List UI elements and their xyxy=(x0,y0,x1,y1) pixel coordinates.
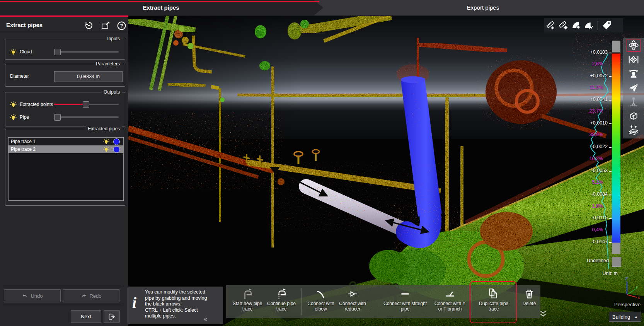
slider-track[interactable] xyxy=(54,116,119,118)
scale-value: -0,0084 xyxy=(591,191,608,197)
scale-value: -0,0147 xyxy=(591,239,608,244)
continue-pipe-trace-button[interactable]: Continue pipetrace xyxy=(264,287,298,317)
projection-mode-label: Perspective xyxy=(614,302,641,307)
parameters-group-label: Parameters xyxy=(94,61,122,67)
collapse-hint-chevron-icon[interactable]: « xyxy=(204,316,207,322)
slider-thumb[interactable] xyxy=(83,101,89,108)
branch-icon xyxy=(445,289,455,299)
open-in-window-button[interactable] xyxy=(101,20,111,31)
clipping-box-icon[interactable] xyxy=(626,123,641,137)
start-new-pipe-trace-button[interactable]: Start new pipetrace xyxy=(229,287,266,317)
svg-text:x: x xyxy=(637,295,640,300)
measure-angle-axis-icon[interactable] xyxy=(583,20,595,31)
fly-icon[interactable] xyxy=(626,81,641,95)
visibility-bulb-icon[interactable] xyxy=(103,138,109,145)
scale-percent: 16,2% xyxy=(589,156,603,161)
scale-tick xyxy=(609,76,612,77)
elbow-icon xyxy=(316,289,326,299)
duplicate-pipe-trace-button[interactable]: Duplicate pipetrace xyxy=(473,287,514,317)
orbit-icon[interactable] xyxy=(626,38,641,53)
walk-icon[interactable] xyxy=(626,95,641,109)
undefined-label: Undefined xyxy=(587,258,609,263)
scale-tick xyxy=(609,123,612,124)
connect-with-elbow-button[interactable]: Connect withelbow xyxy=(305,287,337,317)
view-navigation-toolbar xyxy=(623,38,644,138)
extracted-points-label: Extracted points xyxy=(20,102,53,107)
connect-with-reducer-button[interactable]: Connect withreducer xyxy=(338,287,367,317)
pipe-color-swatch[interactable] xyxy=(113,146,120,153)
pipe-trace-row-selected[interactable]: Pipe trace 2 xyxy=(9,145,123,153)
pipe-edit-toolbar: Start new pipetrace Continue pipetrace C… xyxy=(226,285,540,318)
view-cube-icon[interactable] xyxy=(626,109,641,123)
info-icon: i xyxy=(132,295,136,311)
active-tab-accent xyxy=(0,1,319,2)
visibility-bulb-icon[interactable] xyxy=(10,101,17,108)
scale-value: +0,0041 xyxy=(590,97,608,102)
open-external-icon xyxy=(101,21,110,30)
history-reset-icon xyxy=(84,21,94,30)
slider-thumb[interactable] xyxy=(54,114,61,121)
add-measure-icon[interactable] xyxy=(544,20,557,31)
scale-percent: 2,6% xyxy=(592,61,603,67)
view-mode-value: Building xyxy=(612,314,630,320)
divider xyxy=(3,306,123,306)
axis-triad: Z y x xyxy=(618,275,642,300)
measure-distance-icon[interactable] xyxy=(557,20,570,31)
scale-tick xyxy=(609,100,612,101)
next-button[interactable]: Next xyxy=(71,310,101,323)
pipe-color-swatch[interactable] xyxy=(113,138,120,145)
slider-thumb[interactable] xyxy=(54,49,61,55)
connect-with-straight-pipe-button[interactable]: Connect with straightpipe xyxy=(380,287,430,317)
visibility-bulb-icon[interactable] xyxy=(103,146,109,152)
scale-tick xyxy=(609,242,612,243)
inputs-group-label: Inputs xyxy=(105,36,122,41)
extract-pipes-panel: Extract pipes ? xyxy=(0,15,128,326)
visibility-bulb-icon[interactable] xyxy=(10,114,17,121)
delete-button[interactable]: Delete xyxy=(518,287,540,317)
pipe-opacity-slider[interactable] xyxy=(54,114,119,120)
cloud-opacity-slider[interactable] xyxy=(54,49,119,55)
parameters-group: Parameters Diameter 0,08834 m xyxy=(5,64,125,87)
view-mode-dropdown[interactable]: Building ▲ xyxy=(609,312,641,322)
turntable-icon[interactable] xyxy=(626,67,641,81)
tag-icon[interactable] xyxy=(600,20,613,31)
slider-track[interactable] xyxy=(54,51,119,53)
measure-angle-icon[interactable] xyxy=(570,20,583,31)
cloud-label: Cloud xyxy=(20,49,32,55)
connect-with-y-or-t-branch-button[interactable]: Connect with Yor T branch xyxy=(430,287,470,317)
scale-percent: 1,8% xyxy=(592,203,603,209)
undefined-color-swatch xyxy=(612,257,621,267)
unit-label: Unit: m xyxy=(602,271,618,276)
pipe-trace-row[interactable]: Pipe trace 1 xyxy=(9,138,123,145)
undo-icon xyxy=(22,293,28,299)
svg-text:Z: Z xyxy=(625,277,628,281)
hint-text: CTRL + Left click: Select xyxy=(145,307,207,314)
diameter-field[interactable]: 0,08834 m xyxy=(54,71,123,82)
hint-panel: i You can modify the selected pipe by gr… xyxy=(127,287,223,324)
help-button[interactable]: ? xyxy=(117,20,127,31)
redo-button[interactable]: Redo xyxy=(63,289,119,302)
exit-command-button[interactable] xyxy=(104,310,120,323)
hint-text: You can modify the selected xyxy=(145,289,207,295)
orbit-constrained-icon[interactable] xyxy=(626,53,641,67)
outputs-group: Outputs Extracted points xyxy=(5,92,125,126)
toolbar-divider xyxy=(302,288,302,315)
visibility-bulb-icon[interactable] xyxy=(10,49,17,55)
scale-percent: 23,7% xyxy=(589,108,603,114)
tab-export-pipes[interactable]: Export pipes xyxy=(322,0,644,15)
scale-tick xyxy=(609,218,612,219)
pipe-trace-name: Pipe trace 1 xyxy=(11,139,36,144)
svg-text:y: y xyxy=(635,285,638,289)
reset-command-button[interactable] xyxy=(84,20,94,31)
scale-value: +0,0010 xyxy=(590,120,608,126)
extracted-pipes-list[interactable]: Pipe trace 1 Pipe trace 2 xyxy=(8,137,124,201)
measure-toolbar xyxy=(544,18,623,32)
undo-button[interactable]: Undo xyxy=(4,289,61,302)
divider xyxy=(3,286,123,286)
redo-icon xyxy=(80,293,87,299)
scale-value: -0,0115 xyxy=(592,215,608,220)
extracted-points-slider[interactable] xyxy=(54,101,119,108)
pipe-label: Pipe xyxy=(20,114,29,120)
pipe-row: Pipe xyxy=(10,114,122,121)
inputs-group: Inputs Cloud xyxy=(5,39,125,60)
